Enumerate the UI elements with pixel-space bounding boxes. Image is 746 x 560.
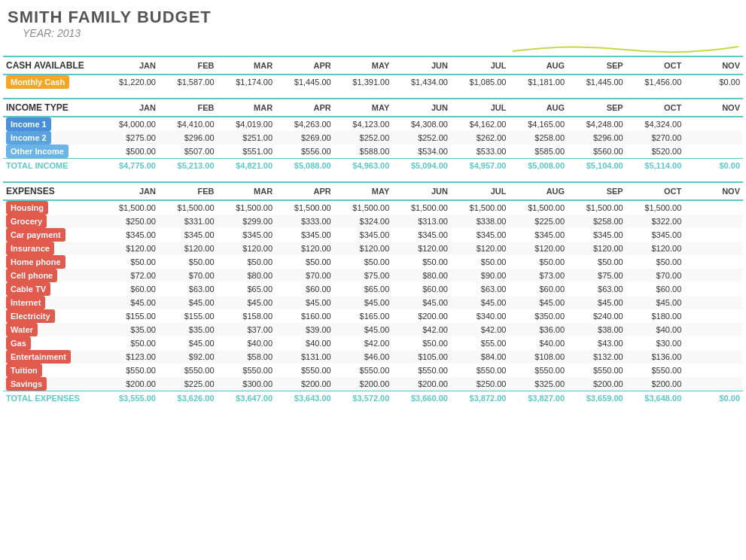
cell-value: $45.00 xyxy=(276,296,334,309)
cell-value: $296.00 xyxy=(159,131,218,145)
cell-value: $252.00 xyxy=(392,131,451,145)
cell-value: $1,174.00 xyxy=(218,75,276,89)
table-row: Internet$45.00$45.00$45.00$45.00$45.00$4… xyxy=(3,296,743,309)
total-value: $3,555.00 xyxy=(100,391,159,406)
cell-value: $50.00 xyxy=(100,336,159,350)
cell-value: $50.00 xyxy=(392,336,451,350)
cell-value: $507.00 xyxy=(159,145,218,159)
table-row: Insurance$120.00$120.00$120.00$120.00$12… xyxy=(3,242,743,255)
cell-value: $200.00 xyxy=(100,377,159,391)
cell-value xyxy=(684,145,743,159)
row-label: Gas xyxy=(6,336,31,350)
cell-value: $250.00 xyxy=(451,377,510,391)
cell-value: $4,165.00 xyxy=(509,117,568,131)
cell-value: $136.00 xyxy=(626,350,685,364)
table-row: Income 2$275.00$296.00$251.00$269.00$252… xyxy=(3,131,743,145)
cell-value: $550.00 xyxy=(626,364,685,377)
cell-value: $120.00 xyxy=(509,242,568,255)
cell-value: $70.00 xyxy=(276,269,334,282)
cell-value: $70.00 xyxy=(626,269,685,282)
total-value: $3,660.00 xyxy=(392,391,451,406)
cell-value: $58.00 xyxy=(218,350,276,364)
cell-value: $73.00 xyxy=(509,269,568,282)
cell-value xyxy=(684,215,743,228)
expenses-col-jan: JAN xyxy=(100,182,159,200)
row-label: Internet xyxy=(6,296,45,309)
cell-value: $345.00 xyxy=(100,228,159,242)
row-label: Savings xyxy=(6,377,47,391)
income-header-row: INCOME TYPE JAN FEB MAR APR MAY JUN JUL … xyxy=(3,99,743,117)
table-row: Entertainment$123.00$92.00$58.00$131.00$… xyxy=(3,350,743,364)
cell-value: $45.00 xyxy=(509,296,568,309)
cell-value: $200.00 xyxy=(392,309,451,323)
cell-value: $4,019.00 xyxy=(218,117,276,131)
expenses-col-oct: OCT xyxy=(626,182,685,200)
total-value: $5,114.00 xyxy=(626,159,685,173)
cell-value: $131.00 xyxy=(276,350,334,364)
cell-value: $240.00 xyxy=(568,309,626,323)
decorative-line xyxy=(8,42,738,56)
row-label: Income 1 xyxy=(6,117,51,131)
cell-value: $42.00 xyxy=(334,336,393,350)
cell-value: $252.00 xyxy=(334,131,393,145)
cell-value: $30.00 xyxy=(626,336,685,350)
page-title: SMITH FAMILY BUDGET xyxy=(8,8,738,27)
table-row: Electricity$155.00$155.00$158.00$160.00$… xyxy=(3,309,743,323)
cash-col-nov: NOV xyxy=(684,56,743,75)
cell-value: $345.00 xyxy=(218,228,276,242)
table-row: Savings$200.00$225.00$300.00$200.00$200.… xyxy=(3,377,743,391)
row-label: Car payment xyxy=(6,228,65,242)
row-label: Entertainment xyxy=(6,350,71,364)
total-value: $0.00 xyxy=(684,159,743,173)
cell-value: $38.00 xyxy=(568,323,626,336)
cell-value: $120.00 xyxy=(159,242,218,255)
cell-value: $63.00 xyxy=(159,282,218,296)
cell-value: $322.00 xyxy=(626,215,685,228)
cell-value xyxy=(684,131,743,145)
income-col-may: MAY xyxy=(334,99,393,117)
expenses-col-apr: APR xyxy=(276,182,334,200)
cell-value: $1,085.00 xyxy=(451,75,510,89)
cell-value: $550.00 xyxy=(568,364,626,377)
income-col-jun: JUN xyxy=(392,99,451,117)
total-value: $3,626.00 xyxy=(159,391,218,406)
table-row: Car payment$345.00$345.00$345.00$345.00$… xyxy=(3,228,743,242)
cell-value: $1,587.00 xyxy=(159,75,218,89)
cash-col-mar: MAR xyxy=(218,56,276,75)
cell-value: $46.00 xyxy=(334,350,393,364)
cell-value: $250.00 xyxy=(100,215,159,228)
cell-value: $60.00 xyxy=(392,282,451,296)
total-value: $4,963.00 xyxy=(334,159,393,173)
cell-value: $90.00 xyxy=(451,269,510,282)
expenses-col-jun: JUN xyxy=(392,182,451,200)
cell-value: $4,410.00 xyxy=(159,117,218,131)
cell-value: $560.00 xyxy=(568,145,626,159)
row-label: Housing xyxy=(6,201,48,215)
income-col-jan: JAN xyxy=(100,99,159,117)
total-value: $5,094.00 xyxy=(392,159,451,173)
cell-value: $35.00 xyxy=(100,323,159,336)
cell-value: $120.00 xyxy=(276,242,334,255)
cell-value: $60.00 xyxy=(276,282,334,296)
cell-value: $550.00 xyxy=(159,364,218,377)
cell-value: $165.00 xyxy=(334,309,393,323)
cell-value: $270.00 xyxy=(626,131,685,145)
cash-header-row: CASH AVAILABLE JAN FEB MAR APR MAY JUN J… xyxy=(3,56,743,75)
cash-available-section: CASH AVAILABLE JAN FEB MAR APR MAY JUN J… xyxy=(3,56,743,89)
table-row: Cell phone$72.00$70.00$80.00$70.00$75.00… xyxy=(3,269,743,282)
cell-value: $4,162.00 xyxy=(451,117,510,131)
cell-value: $313.00 xyxy=(392,215,451,228)
cell-value: $180.00 xyxy=(626,309,685,323)
income-col-jul: JUL xyxy=(451,99,510,117)
cell-value: $345.00 xyxy=(159,228,218,242)
cell-value: $338.00 xyxy=(451,215,510,228)
cell-value: $45.00 xyxy=(159,296,218,309)
cell-value: $4,324.00 xyxy=(626,117,685,131)
cash-col-apr: APR xyxy=(276,56,334,75)
cell-value xyxy=(684,323,743,336)
cell-value: $155.00 xyxy=(159,309,218,323)
expenses-header-row: EXPENSES JAN FEB MAR APR MAY JUN JUL AUG… xyxy=(3,182,743,200)
cell-value: $155.00 xyxy=(100,309,159,323)
cell-value: $63.00 xyxy=(568,282,626,296)
cell-value: $37.00 xyxy=(218,323,276,336)
